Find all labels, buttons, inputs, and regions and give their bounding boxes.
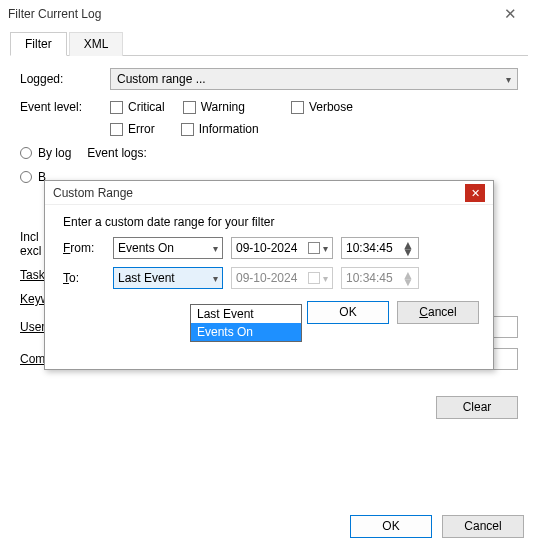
label-eventlogs: Event logs: xyxy=(87,146,157,160)
chk-error[interactable]: Error xyxy=(110,122,155,136)
date-picker-icon[interactable] xyxy=(308,242,320,254)
date-picker-icon xyxy=(308,272,320,284)
radio-bylog[interactable]: By log xyxy=(20,146,71,160)
label-from: From: xyxy=(63,241,113,255)
label-eventlevel: Event level: xyxy=(20,100,110,114)
logged-value: Custom range ... xyxy=(117,72,206,86)
from-date[interactable]: 09-10-2024 ▾ xyxy=(231,237,333,259)
chevron-down-icon: ▾ xyxy=(213,243,218,254)
from-mode-combo[interactable]: Events On▾ xyxy=(113,237,223,259)
chk-verbose[interactable]: Verbose xyxy=(291,100,353,114)
dialog-buttons: OK Cancel xyxy=(350,515,524,538)
tab-filter[interactable]: Filter xyxy=(10,32,67,56)
clear-button[interactable]: Clear xyxy=(436,396,518,419)
modal-ok-button[interactable]: OK xyxy=(307,301,389,324)
radio-b[interactable]: B xyxy=(20,170,46,184)
chk-critical[interactable]: Critical xyxy=(110,100,165,114)
tab-xml[interactable]: XML xyxy=(69,32,124,56)
chk-warning[interactable]: Warning xyxy=(183,100,245,114)
chevron-down-icon: ▾ xyxy=(213,273,218,284)
cancel-button[interactable]: Cancel xyxy=(442,515,524,538)
tab-strip: Filter XML xyxy=(10,32,528,56)
window-title: Filter Current Log xyxy=(8,7,490,21)
close-icon[interactable]: ✕ xyxy=(490,5,530,23)
logged-dropdown[interactable]: Custom range ... ▾ xyxy=(110,68,518,90)
option-events-on[interactable]: Events On xyxy=(191,323,301,341)
label-logged: Logged: xyxy=(20,72,110,86)
option-last-event[interactable]: Last Event xyxy=(191,305,301,323)
to-time[interactable]: 10:34:45 ▲▼ xyxy=(341,267,419,289)
modal-instruction: Enter a custom date range for your filte… xyxy=(45,205,493,233)
chevron-down-icon: ▾ xyxy=(506,74,511,85)
chk-information[interactable]: Information xyxy=(181,122,259,136)
to-date[interactable]: 09-10-2024 ▾ xyxy=(231,267,333,289)
label-to: To: xyxy=(63,271,113,285)
to-mode-combo[interactable]: Last Event▾ xyxy=(113,267,223,289)
from-time[interactable]: 10:34:45 ▲▼ xyxy=(341,237,419,259)
modal-title: Custom Range xyxy=(53,186,465,200)
ok-button[interactable]: OK xyxy=(350,515,432,538)
spinner-icon: ▲▼ xyxy=(402,272,414,285)
modal-cancel-button[interactable]: Cancel xyxy=(397,301,479,324)
spinner-icon[interactable]: ▲▼ xyxy=(402,242,414,255)
to-mode-dropdown-list: Last Event Events On xyxy=(190,304,302,342)
modal-close-icon[interactable]: ✕ xyxy=(465,184,485,202)
window-titlebar: Filter Current Log ✕ xyxy=(0,0,538,28)
